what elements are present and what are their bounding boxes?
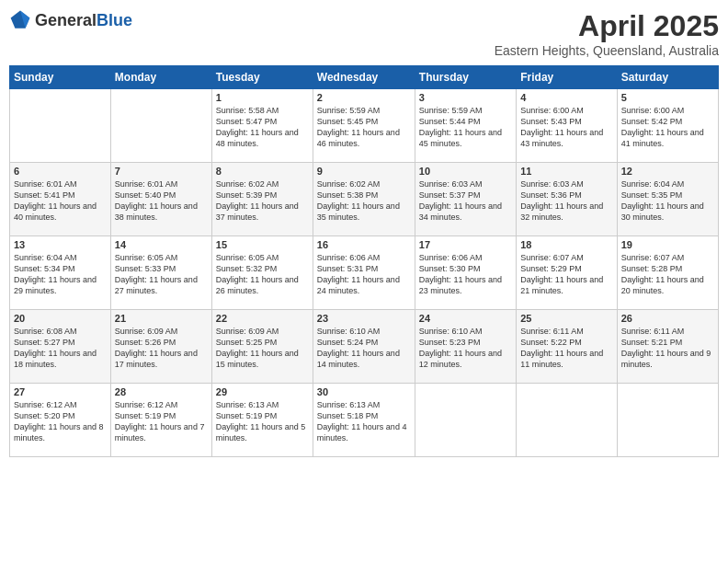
- day-number: 1: [216, 92, 309, 103]
- calendar-cell: [110, 89, 211, 163]
- cell-info: Sunrise: 6:03 AMSunset: 5:37 PMDaylight:…: [419, 178, 512, 224]
- day-number: 5: [621, 92, 714, 103]
- month-title: April 2025: [495, 9, 719, 43]
- calendar-cell: 5 Sunrise: 6:00 AMSunset: 5:42 PMDayligh…: [617, 89, 718, 163]
- weekday-header-saturday: Saturday: [617, 66, 718, 89]
- cell-info: Sunrise: 6:04 AMSunset: 5:35 PMDaylight:…: [621, 178, 714, 224]
- calendar-cell: 21 Sunrise: 6:09 AMSunset: 5:26 PMDaylig…: [110, 310, 211, 384]
- day-number: 19: [621, 239, 714, 250]
- cell-info: Sunrise: 6:10 AMSunset: 5:23 PMDaylight:…: [419, 326, 512, 371]
- calendar-cell: [517, 384, 617, 457]
- day-number: 6: [14, 166, 107, 177]
- day-number: 27: [14, 386, 107, 397]
- calendar-cell: 7 Sunrise: 6:01 AMSunset: 5:40 PMDayligh…: [110, 163, 211, 236]
- week-row-2: 6 Sunrise: 6:01 AMSunset: 5:41 PMDayligh…: [10, 163, 719, 236]
- calendar-cell: 22 Sunrise: 6:09 AMSunset: 5:25 PMDaylig…: [211, 310, 313, 384]
- calendar-cell: 9 Sunrise: 6:02 AMSunset: 5:38 PMDayligh…: [313, 163, 415, 236]
- calendar-cell: 29 Sunrise: 6:13 AMSunset: 5:19 PMDaylig…: [211, 384, 313, 457]
- calendar-cell: 6 Sunrise: 6:01 AMSunset: 5:41 PMDayligh…: [10, 163, 111, 236]
- title-block: April 2025 Eastern Heights, Queensland, …: [495, 9, 719, 58]
- logo: GeneralBlue: [9, 9, 132, 31]
- day-number: 28: [115, 386, 208, 397]
- calendar-cell: 26 Sunrise: 6:11 AMSunset: 5:21 PMDaylig…: [617, 310, 718, 384]
- calendar: SundayMondayTuesdayWednesdayThursdayFrid…: [9, 65, 719, 457]
- day-number: 13: [14, 239, 107, 250]
- cell-info: Sunrise: 6:06 AMSunset: 5:30 PMDaylight:…: [419, 252, 512, 297]
- cell-info: Sunrise: 6:09 AMSunset: 5:26 PMDaylight:…: [115, 326, 208, 371]
- day-number: 29: [216, 386, 309, 397]
- cell-info: Sunrise: 6:13 AMSunset: 5:18 PMDaylight:…: [317, 399, 411, 444]
- calendar-cell: [415, 384, 516, 457]
- cell-info: Sunrise: 6:02 AMSunset: 5:38 PMDaylight:…: [317, 178, 411, 224]
- cell-info: Sunrise: 6:11 AMSunset: 5:22 PMDaylight:…: [520, 326, 612, 371]
- cell-info: Sunrise: 6:12 AMSunset: 5:19 PMDaylight:…: [115, 399, 208, 444]
- calendar-cell: 8 Sunrise: 6:02 AMSunset: 5:39 PMDayligh…: [211, 163, 313, 236]
- calendar-cell: 19 Sunrise: 6:07 AMSunset: 5:28 PMDaylig…: [617, 236, 718, 310]
- day-number: 23: [317, 313, 411, 324]
- weekday-header-thursday: Thursday: [415, 66, 516, 89]
- weekday-header-wednesday: Wednesday: [313, 66, 415, 89]
- cell-info: Sunrise: 6:00 AMSunset: 5:43 PMDaylight:…: [520, 105, 612, 150]
- cell-info: Sunrise: 6:07 AMSunset: 5:29 PMDaylight:…: [520, 252, 612, 297]
- day-number: 17: [419, 239, 512, 250]
- day-number: 4: [520, 92, 612, 103]
- day-number: 20: [14, 313, 107, 324]
- day-number: 10: [419, 166, 512, 177]
- calendar-cell: 17 Sunrise: 6:06 AMSunset: 5:30 PMDaylig…: [415, 236, 516, 310]
- day-number: 26: [621, 313, 714, 324]
- cell-info: Sunrise: 6:12 AMSunset: 5:20 PMDaylight:…: [14, 399, 107, 444]
- cell-info: Sunrise: 6:05 AMSunset: 5:32 PMDaylight:…: [216, 252, 309, 297]
- weekday-header-friday: Friday: [517, 66, 617, 89]
- day-number: 15: [216, 239, 309, 250]
- day-number: 12: [621, 166, 714, 177]
- calendar-cell: [617, 384, 718, 457]
- cell-info: Sunrise: 6:13 AMSunset: 5:19 PMDaylight:…: [216, 399, 309, 444]
- location-title: Eastern Heights, Queensland, Australia: [495, 43, 719, 58]
- weekday-header-monday: Monday: [110, 66, 211, 89]
- calendar-cell: 2 Sunrise: 5:59 AMSunset: 5:45 PMDayligh…: [313, 89, 415, 163]
- cell-info: Sunrise: 5:59 AMSunset: 5:44 PMDaylight:…: [419, 105, 512, 150]
- calendar-cell: 3 Sunrise: 5:59 AMSunset: 5:44 PMDayligh…: [415, 89, 516, 163]
- calendar-cell: 10 Sunrise: 6:03 AMSunset: 5:37 PMDaylig…: [415, 163, 516, 236]
- cell-info: Sunrise: 6:11 AMSunset: 5:21 PMDaylight:…: [621, 326, 714, 371]
- day-number: 30: [317, 386, 411, 397]
- calendar-cell: 1 Sunrise: 5:58 AMSunset: 5:47 PMDayligh…: [211, 89, 313, 163]
- day-number: 11: [520, 166, 612, 177]
- cell-info: Sunrise: 6:05 AMSunset: 5:33 PMDaylight:…: [115, 252, 208, 297]
- calendar-cell: 20 Sunrise: 6:08 AMSunset: 5:27 PMDaylig…: [10, 310, 111, 384]
- calendar-cell: 15 Sunrise: 6:05 AMSunset: 5:32 PMDaylig…: [211, 236, 313, 310]
- cell-info: Sunrise: 6:04 AMSunset: 5:34 PMDaylight:…: [14, 252, 107, 297]
- cell-info: Sunrise: 6:03 AMSunset: 5:36 PMDaylight:…: [520, 178, 612, 224]
- day-number: 2: [317, 92, 411, 103]
- calendar-cell: 18 Sunrise: 6:07 AMSunset: 5:29 PMDaylig…: [517, 236, 617, 310]
- day-number: 14: [115, 239, 208, 250]
- calendar-cell: 23 Sunrise: 6:10 AMSunset: 5:24 PMDaylig…: [313, 310, 415, 384]
- calendar-cell: 11 Sunrise: 6:03 AMSunset: 5:36 PMDaylig…: [517, 163, 617, 236]
- calendar-cell: 30 Sunrise: 6:13 AMSunset: 5:18 PMDaylig…: [313, 384, 415, 457]
- day-number: 16: [317, 239, 411, 250]
- cell-info: Sunrise: 6:10 AMSunset: 5:24 PMDaylight:…: [317, 326, 411, 371]
- cell-info: Sunrise: 6:00 AMSunset: 5:42 PMDaylight:…: [621, 105, 714, 150]
- calendar-cell: 12 Sunrise: 6:04 AMSunset: 5:35 PMDaylig…: [617, 163, 718, 236]
- calendar-cell: 13 Sunrise: 6:04 AMSunset: 5:34 PMDaylig…: [10, 236, 111, 310]
- cell-info: Sunrise: 6:09 AMSunset: 5:25 PMDaylight:…: [216, 326, 309, 371]
- day-number: 7: [115, 166, 208, 177]
- cell-info: Sunrise: 6:02 AMSunset: 5:39 PMDaylight:…: [216, 178, 309, 224]
- logo-general: General: [35, 11, 97, 29]
- weekday-header-sunday: Sunday: [10, 66, 111, 89]
- day-number: 22: [216, 313, 309, 324]
- day-number: 25: [520, 313, 612, 324]
- cell-info: Sunrise: 6:08 AMSunset: 5:27 PMDaylight:…: [14, 326, 107, 371]
- day-number: 18: [520, 239, 612, 250]
- week-row-5: 27 Sunrise: 6:12 AMSunset: 5:20 PMDaylig…: [10, 384, 719, 457]
- weekday-header-row: SundayMondayTuesdayWednesdayThursdayFrid…: [10, 66, 719, 89]
- week-row-1: 1 Sunrise: 5:58 AMSunset: 5:47 PMDayligh…: [10, 89, 719, 163]
- calendar-cell: 28 Sunrise: 6:12 AMSunset: 5:19 PMDaylig…: [110, 384, 211, 457]
- day-number: 8: [216, 166, 309, 177]
- calendar-cell: 16 Sunrise: 6:06 AMSunset: 5:31 PMDaylig…: [313, 236, 415, 310]
- calendar-cell: [10, 89, 111, 163]
- logo-icon: [9, 9, 31, 31]
- cell-info: Sunrise: 6:01 AMSunset: 5:40 PMDaylight:…: [115, 178, 208, 224]
- cell-info: Sunrise: 5:59 AMSunset: 5:45 PMDaylight:…: [317, 105, 411, 150]
- day-number: 21: [115, 313, 208, 324]
